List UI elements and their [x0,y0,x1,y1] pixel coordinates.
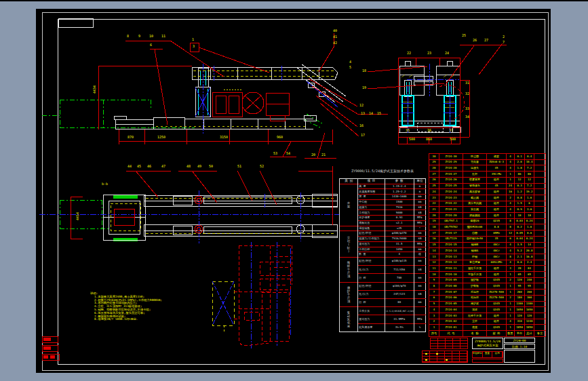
spec-item: 底板比压 [358,220,385,226]
parts-cell: 27 [429,172,439,178]
balloon-label: 4414 [76,212,79,220]
spec-row: 泵站乳化液工作介质(2.5~3)%乳化液,MDT-2(3#)防锈液 [340,307,426,315]
spec-item: 推/拉力 [358,266,385,274]
balloon-label: 3150 [220,136,228,139]
spec-value: 1050 [385,247,414,252]
parts-cell [534,307,546,313]
balloon-label: 5 [349,66,351,69]
parts-cell: 310 [515,319,525,325]
parts-cell: ZY24-14 [439,248,463,254]
parts-cell: 2 [507,295,515,301]
parts-cell [534,165,546,172]
parts-row: 20ZY24-20操纵阀组组件11818 [429,213,546,219]
parts-cell: 40Cr [487,248,507,254]
parts-cell: Q345 [487,307,507,313]
spec-value: φ400/φ370 [385,231,414,237]
parts-cell: ZY24-04 [439,307,463,313]
spec-item: 缸径/杆径 [358,282,385,290]
balloon-label: 6 [150,43,152,47]
parts-cell: 前连杆 [463,295,487,301]
parts-cell: 8 [507,254,515,260]
parts-cell: 4 [507,260,515,266]
parts-cell: 6 [429,295,439,301]
stage-mark-values [472,359,503,363]
spec-value: 1430~1600 [385,195,414,200]
balloon-label: 500 [409,138,415,141]
parts-row: 25ZY24-25管路接头45240.37.2 [429,183,546,189]
balloon-label: 14 [369,112,373,115]
cad-viewport[interactable]: 说明: 1.支架最大高度2400,最小高度1150;2.初撑力7916kN(P=… [0,0,588,381]
spec-unit: 根 [414,252,425,258]
spec-value: (2.5~3)%乳化液,MDT-2(3#)防锈液 [385,307,414,315]
parts-cell: 4 [507,159,515,165]
parts-cell [534,213,546,219]
parts-cell: Q345 [487,301,507,307]
parts-row: 15ZY24-15销轴B40Cr43.514 [429,242,546,248]
parts-cell: 5 [429,301,439,307]
balloon-label: 12 [359,104,364,107]
parts-cell: 2.1 [515,254,525,260]
parts-cell: 2.6 [515,159,525,165]
parts-cell: ZY24-05 [439,301,463,307]
parts-cell: 安全阀 [463,207,487,213]
parts-cell: 1240 [525,319,534,325]
parts-cell: ZY24-23 [439,195,463,201]
spec-value: ≤25 [385,226,414,231]
parts-cell: ZY24-26 [439,177,463,183]
parts-cell: 1 [507,307,515,313]
balloon-label: 36 [427,129,431,132]
parts-cell: 侧推千斤顶 [463,266,487,272]
balloon-label: 35 [406,129,410,132]
balloon-label: 31 [465,81,469,85]
parts-cell [534,260,546,266]
balloon-label: 9 [138,35,140,38]
parts-cell [534,183,546,189]
scale-cell: 比例 1:10 [504,344,535,349]
parts-cell: 6 [507,236,515,242]
parts-cell: 1650 [515,307,525,313]
balloon-label: 21 [321,153,326,157]
parts-cell: ZY24-01 [439,325,463,331]
balloon-label: 27 [484,39,488,42]
parts-cell: 65 [515,272,525,278]
parts-cell: 柱销 [463,254,487,260]
spec-unit: MPa [414,216,425,221]
parts-cell: 1.5 [515,201,525,207]
parts-cell: 16.8 [525,254,534,260]
spec-row: 推移千斤顶缸径/杆径φ180/φ115mm [340,258,426,266]
parts-cell: 1 [429,325,439,331]
parts-cell: 0.6 [515,260,525,266]
parts-cell [534,177,546,183]
parts-cell: 连接头 [463,165,487,172]
general-notes: 说明: 1.支架最大高度2400,最小高度1150;2.初撑力7916kN(P=… [90,292,162,321]
parts-cell: 4 [429,307,439,313]
spec-unit: mm [414,231,425,237]
parts-cell: 40Cr [487,254,507,260]
parts-cell [534,201,546,207]
parts-cell [534,325,546,331]
revision-grid [430,338,468,349]
balloon-label: 11 [161,35,165,38]
parts-cell: GB/T119 [439,236,463,242]
parts-cell: 销轴B [463,242,487,248]
parts-cell: 挡圈 [463,230,487,237]
spec-row: 侧护千斤顶缸径/杆径φ100/φ70mm [340,282,426,290]
parts-cell: 液控单向阀 [463,201,487,207]
spec-header: 单位 [414,179,425,184]
spec-item: 数 量 [358,252,385,258]
parts-cell: 11 [429,266,439,272]
spec-unit: mm [414,195,425,200]
parts-cell [534,218,546,224]
spec-value: 80 [385,298,414,306]
parts-cell [534,289,546,296]
parts-cell: 19 [429,218,439,224]
parts-cell: 26 [429,177,439,183]
balloon-label: 860 [426,138,432,141]
parts-cell: 0.8 [515,195,525,201]
parts-cell: 4 [507,207,515,213]
parts-row: 2ZY24-02立柱组件43101240 [429,319,546,325]
spec-unit: % [414,323,425,332]
parts-cell: 20.8 [525,248,534,254]
parts-row: 13ZY24-13柱销40Cr82.116.8 [429,254,546,260]
parts-cell: Q345 [487,277,507,283]
